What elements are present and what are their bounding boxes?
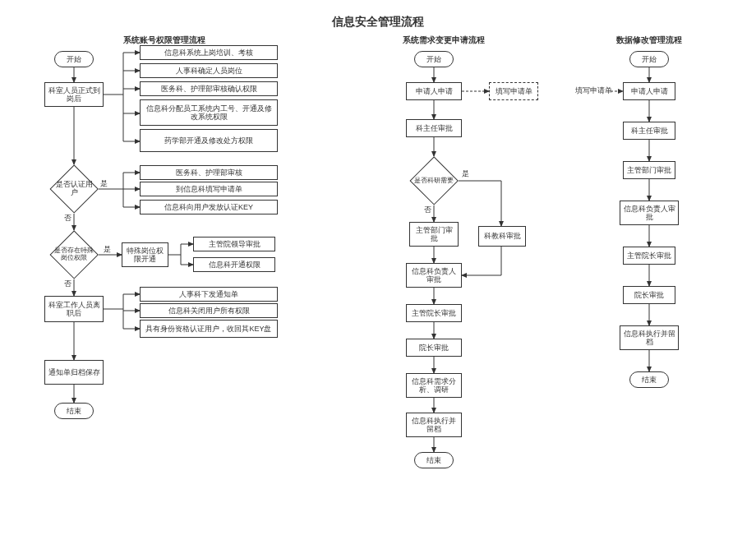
c-info-lead: 信息科负责人审批 xyxy=(620,201,679,225)
b-d1-yes: 是 xyxy=(462,169,469,179)
b-end: 结束 xyxy=(414,452,454,468)
b-info-lead: 信息科负责人审批 xyxy=(406,263,462,288)
main-title: 信息安全管理流程 xyxy=(0,15,756,30)
a-end: 结束 xyxy=(54,403,94,419)
connectors xyxy=(0,0,756,535)
a-d2-no: 否 xyxy=(64,279,71,289)
b-dept: 主管部门审批 xyxy=(409,222,459,247)
col-c-title: 数据修改管理流程 xyxy=(575,35,723,46)
a-b3-0: 主管院领导审批 xyxy=(193,237,275,251)
a-b1-4: 药学部开通及修改处方权限 xyxy=(140,129,278,152)
b-apply: 申请人申请 xyxy=(406,82,462,100)
a-b3-1: 信息科开通权限 xyxy=(193,257,275,272)
c-dept: 主管部门审批 xyxy=(623,161,675,179)
a-staff-on: 科室人员正式到岗后 xyxy=(44,82,104,107)
b-dir: 科主任审批 xyxy=(406,119,462,137)
c-vp: 主管院长审批 xyxy=(623,247,675,265)
b-d1-no: 否 xyxy=(424,205,431,215)
b-fill: 填写申请单 xyxy=(489,82,538,100)
a-b4-2: 具有身份资格认证用户，收回其KEY盘 xyxy=(140,320,278,338)
b-d1: 是否科研需要 xyxy=(409,156,459,205)
a-staff-off: 科室工作人员离职后 xyxy=(44,296,104,322)
a-d1-no: 否 xyxy=(64,214,71,224)
b-pres: 院长审批 xyxy=(406,339,462,357)
a-archive: 通知单归档保存 xyxy=(44,360,104,385)
a-special: 特殊岗位权限开通 xyxy=(122,242,168,267)
c-pres: 院长审批 xyxy=(623,286,675,304)
a-b1-3: 信息科分配员工系统内工号、开通及修改系统权限 xyxy=(140,99,278,126)
a-b1-2: 医务科、护理部审核确认权限 xyxy=(140,81,278,96)
b-sci: 科教科审批 xyxy=(478,226,526,247)
c-end: 结束 xyxy=(629,371,669,388)
a-b2-0: 医务科、护理部审核 xyxy=(140,165,278,180)
b-exec: 信息科执行并留档 xyxy=(406,413,462,437)
b-vp: 主管院长审批 xyxy=(406,304,462,322)
a-d2-yes: 是 xyxy=(104,245,111,255)
c-fill: 填写申请单 xyxy=(575,86,612,96)
col-b-title: 系统需求变更申请流程 xyxy=(362,35,526,46)
col-a-title: 系统账号权限管理流程 xyxy=(49,35,279,46)
a-b1-0: 信息科系统上岗培训、考核 xyxy=(140,45,278,60)
b-start: 开始 xyxy=(414,51,454,67)
c-exec: 信息科执行并留档 xyxy=(620,325,679,350)
a-b2-2: 信息科向用户发放认证KEY xyxy=(140,200,278,214)
a-b1-1: 人事科确定人员岗位 xyxy=(140,63,278,78)
c-apply: 申请人申请 xyxy=(623,82,675,100)
a-b4-0: 人事科下发通知单 xyxy=(140,287,278,302)
a-d1-yes: 是 xyxy=(100,179,108,189)
c-start: 开始 xyxy=(629,51,669,67)
c-dir: 科主任审批 xyxy=(623,122,675,140)
a-b2-1: 到信息科填写申请单 xyxy=(140,182,278,196)
a-d2: 是否存在特殊岗位权限 xyxy=(49,230,99,279)
a-start: 开始 xyxy=(54,51,94,67)
a-b4-1: 信息科关闭用户所有权限 xyxy=(140,303,278,318)
a-d1: 是否认证用户 xyxy=(49,164,99,214)
b-analyze: 信息科需求分析、调研 xyxy=(406,373,462,398)
